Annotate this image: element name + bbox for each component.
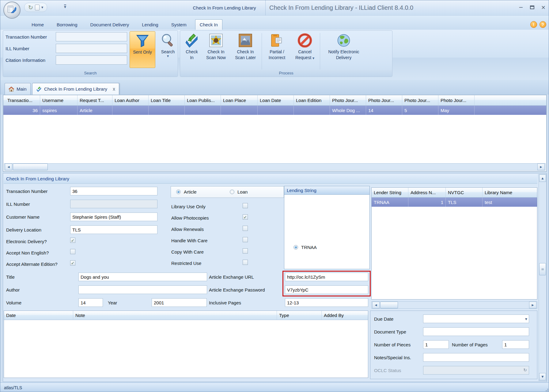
column-header[interactable]: Photo Jour... bbox=[438, 95, 475, 105]
column-header[interactable]: Photo Jour... bbox=[330, 95, 366, 105]
new-document-icon[interactable] bbox=[35, 5, 40, 10]
new-document-dropdown-icon[interactable]: ▼ bbox=[41, 6, 43, 9]
column-header[interactable]: Transactio... bbox=[5, 95, 40, 105]
column-header[interactable]: Loan Edition bbox=[294, 95, 330, 105]
column-header[interactable]: Username bbox=[40, 95, 78, 105]
selected-transaction-row[interactable]: 36 sspires Article Whole Dog ... 14 5 Ma… bbox=[3, 106, 546, 115]
due-date-combobox[interactable]: ▼ bbox=[423, 315, 529, 323]
oclc-refresh-icon[interactable]: ↻ bbox=[523, 368, 527, 372]
minimize-button[interactable]: − bbox=[519, 5, 523, 10]
column-header[interactable]: Loan Date bbox=[258, 95, 294, 105]
accept-alternate-edition-checkbox[interactable] bbox=[70, 260, 75, 266]
ribbon-tab-lending[interactable]: Lending bbox=[138, 19, 162, 30]
scroll-thumb[interactable] bbox=[380, 302, 398, 308]
author-input[interactable] bbox=[78, 285, 207, 294]
article-radio[interactable] bbox=[176, 190, 181, 194]
lending-string-option-radio[interactable] bbox=[293, 245, 298, 250]
refresh-icon[interactable]: ↻ bbox=[28, 5, 33, 10]
inclusive-pages-input[interactable] bbox=[285, 298, 368, 307]
ribbon-tab-check-in[interactable]: Check In bbox=[195, 19, 222, 30]
column-header[interactable]: Loan Publis... bbox=[185, 95, 221, 105]
scroll-down-icon[interactable]: ▼ bbox=[539, 373, 546, 380]
cancel-request-dropdown-icon[interactable]: ▼ bbox=[312, 57, 314, 60]
partial-incorrect-label-line1: Partial / bbox=[270, 49, 284, 55]
info-icon[interactable]: ! bbox=[530, 21, 537, 28]
customize-toolbar-icon[interactable]: ▼ bbox=[64, 5, 66, 9]
allow-renewals-checkbox[interactable] bbox=[243, 226, 248, 231]
tab-main[interactable]: Main bbox=[5, 83, 31, 95]
search-dropdown-icon[interactable]: ▼ bbox=[167, 55, 169, 58]
ribbon-tab-document-delivery[interactable]: Document Delivery bbox=[86, 19, 134, 30]
ill-number-search-input[interactable] bbox=[56, 44, 127, 53]
loan-radio[interactable] bbox=[230, 190, 234, 194]
sent-only-toggle[interactable]: Sent Only bbox=[130, 31, 155, 68]
allow-renewals-label: Allow Renewals bbox=[171, 225, 204, 233]
cancel-request-label-line2: Request bbox=[295, 55, 311, 60]
search-button[interactable]: Search ▼ bbox=[157, 31, 179, 68]
cancel-request-button[interactable]: Cancel Request ▼ bbox=[292, 31, 318, 68]
scroll-thumb[interactable]: ≡ bbox=[539, 263, 546, 275]
column-header[interactable]: Note bbox=[73, 311, 277, 320]
tab-check-in-from-lending-library[interactable]: Check In From Lending Library x bbox=[32, 83, 119, 95]
due-date-dropdown-icon[interactable]: ▼ bbox=[525, 318, 527, 321]
detail-vscrollbar[interactable]: ▲ ≡ ▼ bbox=[539, 174, 547, 381]
scroll-left-icon[interactable]: ◀ bbox=[372, 302, 380, 308]
column-header[interactable]: Photo Jour... bbox=[402, 95, 438, 105]
resize-grip[interactable] bbox=[544, 387, 548, 391]
copy-with-care-checkbox[interactable] bbox=[243, 248, 248, 254]
notes-special-input[interactable] bbox=[423, 353, 529, 362]
column-header[interactable]: Loan Author bbox=[112, 95, 149, 105]
scroll-right-icon[interactable]: ▶ bbox=[529, 302, 536, 308]
ribbon-tab-system[interactable]: System bbox=[167, 19, 191, 30]
restricted-use-checkbox[interactable] bbox=[243, 260, 248, 265]
transaction-number-input[interactable] bbox=[70, 187, 157, 195]
column-header[interactable]: Lender String bbox=[372, 188, 408, 197]
accept-non-english-checkbox[interactable] bbox=[70, 249, 75, 254]
column-header[interactable]: Loan Title bbox=[149, 95, 185, 105]
check-in-scan-now-button[interactable]: Check In Scan Now bbox=[202, 31, 230, 68]
notify-electronic-delivery-button[interactable]: Notify Electronic Delivery bbox=[322, 31, 365, 68]
document-type-input[interactable] bbox=[423, 327, 529, 336]
library-use-only-checkbox[interactable] bbox=[243, 203, 248, 208]
tab-close-icon[interactable]: x bbox=[113, 86, 115, 92]
column-header[interactable]: NVTGC bbox=[446, 188, 483, 197]
column-header[interactable]: Request T... bbox=[78, 95, 112, 105]
scroll-thumb[interactable] bbox=[13, 164, 48, 170]
illiad-app-icon bbox=[7, 5, 17, 15]
allow-photocopies-checkbox[interactable] bbox=[243, 214, 248, 220]
column-header[interactable]: Type bbox=[277, 311, 322, 320]
column-header[interactable]: Loan Place bbox=[221, 95, 258, 105]
ribbon-tab-borrowing[interactable]: Borrowing bbox=[52, 19, 82, 30]
selected-lender-row[interactable]: TRNAA 1 TLS test bbox=[372, 198, 537, 207]
lender-grid-hscrollbar[interactable]: ◀ ▶ bbox=[371, 301, 537, 309]
year-input[interactable] bbox=[152, 298, 207, 307]
close-button[interactable]: × bbox=[541, 5, 546, 10]
scroll-left-icon[interactable]: ◀ bbox=[5, 164, 12, 170]
delivery-location-input[interactable] bbox=[70, 225, 157, 234]
customer-name-input[interactable] bbox=[70, 213, 157, 221]
scroll-right-icon[interactable]: ▶ bbox=[537, 164, 545, 170]
column-header[interactable]: Address N... bbox=[408, 188, 446, 197]
transaction-number-search-input[interactable] bbox=[56, 32, 127, 41]
column-header[interactable]: Photo Jour... bbox=[366, 95, 402, 105]
handle-with-care-checkbox[interactable] bbox=[243, 237, 248, 242]
column-header[interactable]: Library Name bbox=[483, 188, 537, 197]
check-in-button[interactable]: Check In bbox=[183, 31, 201, 68]
ill-number-input[interactable] bbox=[70, 200, 157, 208]
number-of-pages-input[interactable] bbox=[502, 340, 529, 349]
help-icon[interactable]: ? bbox=[540, 21, 546, 28]
scroll-up-icon[interactable]: ▲ bbox=[539, 175, 546, 182]
column-header[interactable]: Added By bbox=[322, 311, 368, 320]
volume-input[interactable] bbox=[78, 298, 103, 307]
title-input[interactable] bbox=[78, 273, 207, 281]
maximize-button[interactable] bbox=[530, 6, 534, 9]
electronic-delivery-checkbox[interactable] bbox=[70, 238, 75, 243]
check-in-scan-later-button[interactable]: Check In Scan Later bbox=[231, 31, 260, 68]
ribbon-tab-home[interactable]: Home bbox=[27, 19, 48, 30]
partial-incorrect-button[interactable]: Partial / Incorrect bbox=[263, 31, 290, 68]
application-menu-button[interactable] bbox=[3, 2, 21, 19]
results-grid-hscrollbar[interactable]: ◀ ▶ bbox=[4, 163, 546, 171]
column-header[interactable]: Date bbox=[4, 311, 73, 320]
citation-information-search-input[interactable] bbox=[56, 55, 127, 65]
number-of-pieces-input[interactable] bbox=[423, 340, 449, 349]
